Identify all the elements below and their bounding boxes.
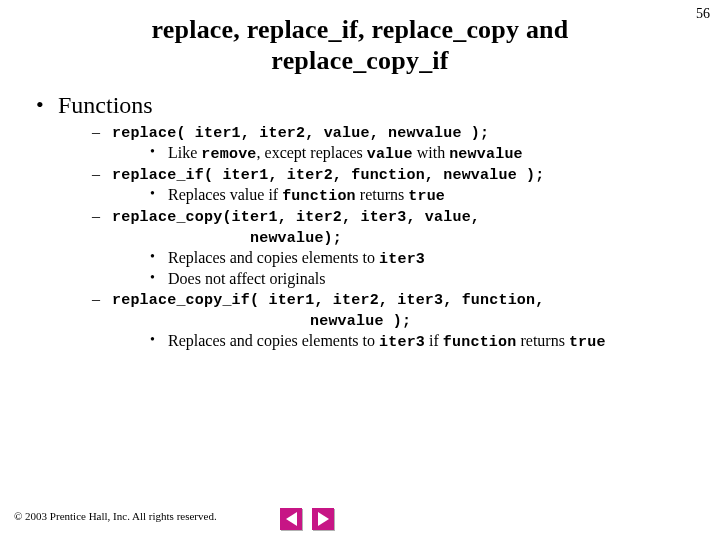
nav-controls (280, 508, 334, 530)
bullet-functions: Functions (30, 92, 690, 119)
code: value (367, 146, 413, 163)
fn-replace-desc: Like remove, except replaces value with … (30, 144, 690, 163)
fn-replace-copy-if-desc: Replaces and copies elements to iter3 if… (30, 332, 690, 351)
code: remove (201, 146, 256, 163)
code: iter3 (379, 251, 425, 268)
text: if (425, 332, 443, 349)
arrow-left-icon (286, 512, 297, 526)
code-sig: replace_copy(iter1, iter2, iter3, value, (112, 209, 480, 226)
fn-replace: replace( iter1, iter2, value, newvalue )… (30, 123, 690, 142)
text: with (413, 144, 449, 161)
page-number: 56 (696, 6, 710, 22)
code-sig: replace_if( iter1, iter2, function, newv… (112, 167, 544, 184)
title-line-2: replace_copy_if (0, 45, 720, 76)
code: true (408, 188, 445, 205)
code: function (282, 188, 356, 205)
fn-replace-copy-if-cont: newvalue ); (30, 311, 690, 330)
fn-replace-copy-desc-2: Does not affect originals (30, 270, 690, 288)
code-sig: replace( iter1, iter2, value, newvalue )… (112, 125, 489, 142)
text: Replaces and copies elements to (168, 249, 379, 266)
slide: 56 replace, replace_if, replace_copy and… (0, 0, 720, 540)
prev-button[interactable] (280, 508, 302, 530)
fn-replace-copy-if: replace_copy_if( iter1, iter2, iter3, fu… (30, 290, 690, 309)
code: newvalue (449, 146, 523, 163)
fn-replace-if-desc: Replaces value if function returns true (30, 186, 690, 205)
slide-title: replace, replace_if, replace_copy and re… (0, 0, 720, 76)
fn-replace-copy: replace_copy(iter1, iter2, iter3, value, (30, 207, 690, 226)
fn-replace-if: replace_if( iter1, iter2, function, newv… (30, 165, 690, 184)
slide-content: Functions replace( iter1, iter2, value, … (0, 76, 720, 351)
code: function (443, 334, 517, 351)
text: , except replaces (257, 144, 367, 161)
text: returns (356, 186, 408, 203)
code: true (569, 334, 606, 351)
text: Replaces and copies elements to (168, 332, 379, 349)
code: iter3 (379, 334, 425, 351)
copyright-footer: © 2003 Prentice Hall, Inc. All rights re… (14, 510, 217, 522)
fn-replace-copy-cont: newvalue); (30, 228, 690, 247)
title-line-1: replace, replace_if, replace_copy and (0, 14, 720, 45)
text: Like (168, 144, 201, 161)
code-sig: replace_copy_if( iter1, iter2, iter3, fu… (112, 292, 544, 309)
fn-replace-copy-desc-1: Replaces and copies elements to iter3 (30, 249, 690, 268)
code: newvalue ); (310, 313, 411, 330)
arrow-right-icon (318, 512, 329, 526)
code: newvalue); (250, 230, 342, 247)
text: returns (516, 332, 568, 349)
next-button[interactable] (312, 508, 334, 530)
text: Does not affect originals (168, 270, 325, 287)
text: Replaces value if (168, 186, 282, 203)
